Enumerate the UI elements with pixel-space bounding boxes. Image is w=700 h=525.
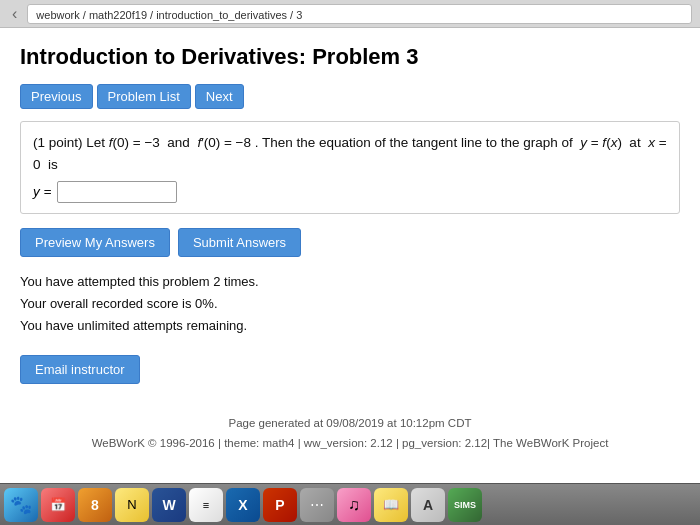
taskbar-notes-icon[interactable]: N [115, 488, 149, 522]
taskbar-sheets-icon[interactable]: ≡ [189, 488, 223, 522]
problem-points: (1 point) [33, 135, 83, 150]
status-line1: You have attempted this problem 2 times. [20, 271, 680, 293]
taskbar-word-icon[interactable]: W [152, 488, 186, 522]
page-title: Introduction to Derivatives: Problem 3 [20, 44, 680, 70]
taskbar-x-icon[interactable]: X [226, 488, 260, 522]
answer-row: y = [33, 181, 667, 203]
problem-text: (1 point) Let f(0) = −3 and f′(0) = −8 .… [33, 132, 667, 175]
answer-label: y = [33, 181, 51, 203]
browser-back-button[interactable]: ‹ [8, 5, 21, 23]
action-buttons: Preview My Answers Submit Answers [20, 228, 680, 257]
email-instructor-button[interactable]: Email instructor [20, 355, 140, 384]
problem-box: (1 point) Let f(0) = −3 and f′(0) = −8 .… [20, 121, 680, 214]
taskbar-appstore-icon[interactable]: A [411, 488, 445, 522]
taskbar-music-icon[interactable]: ♫ [337, 488, 371, 522]
answer-input[interactable] [57, 181, 177, 203]
taskbar: 🐾 📅 8 N W ≡ X P ⋯ ♫ 📖 A SIMS [0, 483, 700, 525]
submit-answers-button[interactable]: Submit Answers [178, 228, 301, 257]
taskbar-calendar-icon[interactable]: 📅 [41, 488, 75, 522]
next-button[interactable]: Next [195, 84, 244, 109]
browser-url: webwork / math220f19 / introduction_to_d… [27, 4, 692, 24]
footer: Page generated at 09/08/2019 at 10:12pm … [20, 414, 680, 453]
browser-bar: ‹ webwork / math220f19 / introduction_to… [0, 0, 700, 28]
status-line3: You have unlimited attempts remaining. [20, 315, 680, 337]
taskbar-sims-icon[interactable]: SIMS [448, 488, 482, 522]
problem-list-button[interactable]: Problem List [97, 84, 191, 109]
taskbar-grid-icon[interactable]: ⋯ [300, 488, 334, 522]
status-line2: Your overall recorded score is 0%. [20, 293, 680, 315]
taskbar-finder-icon[interactable]: 🐾 [4, 488, 38, 522]
status-text: You have attempted this problem 2 times.… [20, 271, 680, 337]
nav-buttons: Previous Problem List Next [20, 84, 680, 109]
preview-answers-button[interactable]: Preview My Answers [20, 228, 170, 257]
footer-line2: WeBWorK © 1996-2016 | theme: math4 | ww_… [20, 434, 680, 454]
previous-button[interactable]: Previous [20, 84, 93, 109]
footer-line1: Page generated at 09/08/2019 at 10:12pm … [20, 414, 680, 434]
taskbar-num8-icon[interactable]: 8 [78, 488, 112, 522]
main-content: Introduction to Derivatives: Problem 3 P… [0, 28, 700, 483]
taskbar-books-icon[interactable]: 📖 [374, 488, 408, 522]
taskbar-p-icon[interactable]: P [263, 488, 297, 522]
